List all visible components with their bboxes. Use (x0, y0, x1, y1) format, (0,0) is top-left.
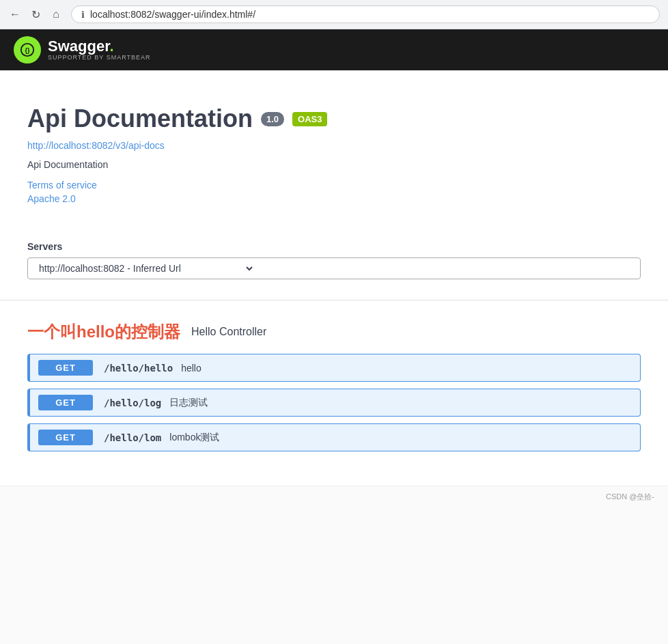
oas-badge: OAS3 (292, 112, 327, 126)
method-badge: GET (38, 395, 93, 410)
swagger-powered-by: Supported by SMARTBEAR (48, 54, 151, 61)
back-button[interactable]: ← (8, 8, 22, 21)
servers-dropdown[interactable]: http://localhost:8082 - Inferred Url (36, 262, 255, 275)
swagger-name: Swagger (48, 38, 109, 55)
table-row[interactable]: GET /hello/lom lombok测试 (27, 423, 641, 451)
license-link[interactable]: Apache 2.0 (27, 193, 641, 204)
refresh-button[interactable]: ↻ (29, 8, 42, 21)
info-icon: ℹ (81, 10, 85, 20)
page-footer: CSDN @垒拾- (0, 486, 668, 507)
url-input[interactable] (90, 9, 650, 20)
browser-chrome: ← ↻ ⌂ ℹ (0, 0, 668, 29)
controller-title: 一个叫hello的控制器 (27, 321, 180, 343)
endpoint-path: /hello/log (104, 397, 161, 408)
endpoint-description: 日志测试 (169, 397, 208, 409)
version-badge: 1.0 (261, 112, 284, 126)
api-description: Api Documentation (27, 159, 641, 170)
swagger-header: {} Swagger. Supported by SMARTBEAR (0, 29, 668, 70)
browser-nav: ← ↻ ⌂ (8, 8, 63, 21)
swagger-logo-text: Swagger. (48, 39, 151, 54)
api-title-row: Api Documentation 1.0 OAS3 (27, 104, 641, 133)
api-links: Terms of service Apache 2.0 (27, 180, 641, 204)
footer-text: CSDN @垒拾- (606, 492, 654, 501)
controller-subtitle: Hello Controller (191, 326, 266, 338)
endpoint-description: hello (181, 363, 201, 374)
swagger-logo-icon: {} (14, 36, 41, 64)
home-button[interactable]: ⌂ (49, 8, 63, 21)
controller-section: 一个叫hello的控制器 Hello Controller GET /hello… (27, 300, 641, 465)
method-badge: GET (38, 360, 93, 376)
method-badge: GET (38, 430, 93, 445)
api-title: Api Documentation (27, 104, 253, 133)
main-content: Api Documentation 1.0 OAS3 http://localh… (0, 70, 668, 486)
endpoints-list: GET /hello/hello hello GET /hello/log 日志… (27, 354, 641, 451)
table-row[interactable]: GET /hello/hello hello (27, 354, 641, 382)
api-docs-link[interactable]: http://localhost:8082/v3/api-docs (27, 140, 641, 151)
endpoint-path: /hello/lom (104, 432, 161, 443)
svg-text:{}: {} (25, 47, 30, 54)
controller-header: 一个叫hello的控制器 Hello Controller (27, 321, 641, 343)
servers-section: Servers http://localhost:8082 - Inferred… (27, 227, 641, 300)
table-row[interactable]: GET /hello/log 日志测试 (27, 389, 641, 417)
swagger-logo-text-group: Swagger. Supported by SMARTBEAR (48, 39, 151, 61)
endpoint-description: lombok测试 (169, 432, 219, 444)
api-info-section: Api Documentation 1.0 OAS3 http://localh… (27, 91, 641, 227)
swagger-logo: {} Swagger. Supported by SMARTBEAR (14, 36, 151, 64)
terms-of-service-link[interactable]: Terms of service (27, 180, 641, 191)
servers-select-wrapper[interactable]: http://localhost:8082 - Inferred Url (27, 257, 641, 279)
endpoint-path: /hello/hello (104, 363, 173, 374)
servers-label: Servers (27, 241, 641, 252)
address-bar[interactable]: ℹ (71, 5, 660, 23)
